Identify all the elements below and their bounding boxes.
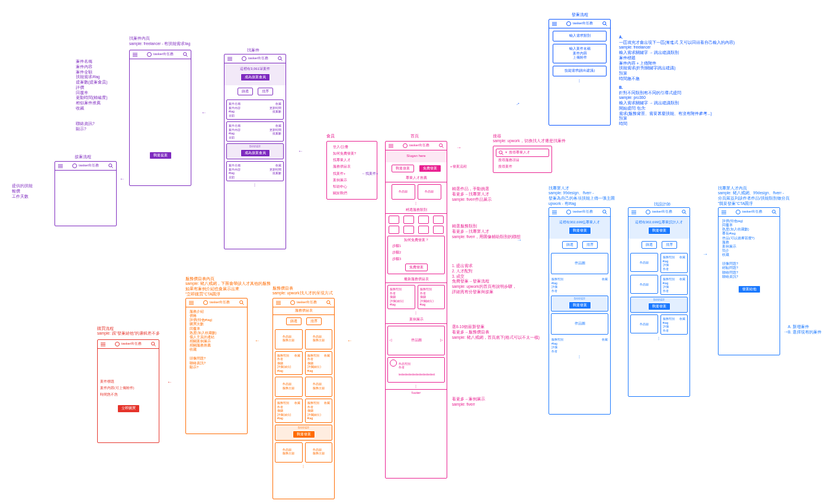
publish-field-skill[interactable]: 技能需求(跳出建議) <box>553 66 607 76</box>
meta-fav[interactable]: 收藏 <box>324 401 330 405</box>
filter-button[interactable]: 篩選 <box>562 241 578 249</box>
designer-work[interactable]: 作品圖 <box>630 314 658 333</box>
search-icon[interactable] <box>326 300 332 306</box>
search-icon[interactable] <box>150 341 156 347</box>
menu-icon[interactable] <box>721 209 727 215</box>
next-icon[interactable]: ▷ <box>440 338 443 343</box>
buy-cta[interactable]: 立即購買 <box>117 405 140 412</box>
findprodetail-cta[interactable]: 發案給他 <box>738 285 761 293</box>
search-icon[interactable] <box>438 143 444 149</box>
findcase-cta[interactable]: 成為接案會員 <box>240 73 270 81</box>
buy-l2: 案件內容(可上傳附件) <box>98 385 159 391</box>
accept-button[interactable]: 我要接案 <box>392 165 414 172</box>
svc-thumb[interactable]: 作品圖、 服務主圖 <box>305 442 333 463</box>
svc-banner-cta[interactable]: 我要發案 <box>293 431 315 438</box>
cat-thumb[interactable] <box>418 226 429 234</box>
case-item[interactable]: 案件名稱案件內容#tag金額 收藏更新時間提案數 <box>226 161 284 181</box>
sort-button[interactable]: 排序 <box>582 241 598 249</box>
search-icon[interactable] <box>681 209 687 215</box>
search-icon[interactable] <box>239 300 245 306</box>
findpro-work[interactable]: 作品圖 <box>551 253 608 274</box>
svc-thumb[interactable]: 作品圖、 服務主圖 <box>275 329 303 349</box>
menu-icon[interactable] <box>188 300 194 306</box>
publish-field-case[interactable]: 輸入案件名稱 案件內容 上傳附件 <box>553 44 607 63</box>
meta-fav[interactable]: 收藏 <box>602 277 608 293</box>
finddesigner-cta[interactable]: 我要發案 <box>648 227 671 235</box>
meta-fav[interactable]: 收藏 <box>679 277 685 281</box>
footer-item-howto[interactable]: 如何免費發案? <box>331 150 373 157</box>
cat-thumb[interactable] <box>433 216 444 224</box>
footer-item-about[interactable]: 關於我們 <box>331 190 373 197</box>
chevron-down-icon[interactable]: ▾ <box>505 150 507 155</box>
menu-icon[interactable] <box>100 341 106 347</box>
meta-fav[interactable]: 收藏 <box>679 255 685 259</box>
menu-icon[interactable] <box>227 56 233 62</box>
menu-icon[interactable] <box>551 209 557 215</box>
meta-fav[interactable]: 收藏 <box>294 354 300 358</box>
sort-button[interactable]: 排序 <box>662 241 677 249</box>
latest-svc-card[interactable]: 服務類別 作者 價錢 評價(績分) #tag <box>418 285 445 309</box>
case-item[interactable]: 案件名稱案件內容#tag金額 收藏更新時間提案數 <box>226 99 284 120</box>
meta-fav[interactable]: 收藏 <box>602 338 608 353</box>
menu-icon[interactable] <box>388 143 394 149</box>
case-fav[interactable]: 收藏 <box>275 102 281 105</box>
home-work-thumb[interactable]: 作品圖 <box>418 184 441 200</box>
menu-icon[interactable] <box>275 300 281 306</box>
findcase-banner-cta[interactable]: 成為接案會員 <box>240 149 270 157</box>
finddesigner-banner-cta[interactable]: 我要發案 <box>648 303 671 310</box>
svc-thumb[interactable]: 作品圖、 服務主圖 <box>275 377 303 397</box>
menu-icon[interactable] <box>132 52 138 57</box>
cat-thumb[interactable] <box>389 226 399 234</box>
menu-icon[interactable] <box>631 209 637 215</box>
publish-button[interactable]: 免費發案 <box>419 165 441 172</box>
filter-button[interactable]: 篩選 <box>238 88 253 95</box>
svc-thumb[interactable]: 作品圖、 服務主圖 <box>305 377 333 397</box>
sort-button[interactable]: 排序 <box>306 317 322 325</box>
case-fav[interactable]: 收藏 <box>275 163 281 167</box>
search-icon[interactable] <box>108 163 114 169</box>
case-fav[interactable]: 收藏 <box>275 124 281 127</box>
search-icon[interactable] <box>277 56 283 62</box>
footer-item-login[interactable]: 登入/註冊 <box>331 144 373 150</box>
cat-thumb[interactable] <box>403 226 414 234</box>
home-work-thumb[interactable]: 作品圖 <box>392 184 415 200</box>
cat-thumb[interactable] <box>433 226 444 234</box>
search-icon[interactable] <box>771 209 777 215</box>
svc-thumb[interactable]: 作品圖、 服務主圖 <box>275 442 303 463</box>
showcase-thumb: 作品圖 <box>411 338 422 343</box>
footer-item-help[interactable]: 幫助中心 <box>331 184 373 190</box>
footer-item-pricing[interactable]: 服務價目表 <box>331 163 373 170</box>
prev-icon[interactable]: ◁ <box>389 338 392 343</box>
cat-thumb[interactable] <box>403 216 414 224</box>
findpro-banner-cta[interactable]: 我要發案 <box>569 301 591 309</box>
filter-button[interactable]: 篩選 <box>642 241 657 249</box>
case-item[interactable]: 案件名稱案件內容#tag金額 收藏更新時間提案數 <box>226 121 284 142</box>
findpro-cta[interactable]: 我要發案 <box>569 227 591 235</box>
footer-item-findpro[interactable]: 找專業人才 <box>331 157 373 163</box>
meta-fav[interactable]: 收藏 <box>324 354 330 358</box>
footer-item-showcase[interactable]: 案例展示 <box>331 177 373 184</box>
svc-thumb[interactable]: 作品圖、 服務主圖 <box>305 329 333 349</box>
search-icon[interactable] <box>182 52 188 57</box>
findcasedetail-cta[interactable]: 我要提案 <box>149 152 172 159</box>
designer-work[interactable]: 作品圖 <box>630 275 658 294</box>
meta-fav[interactable]: 收藏 <box>679 317 685 321</box>
search-opt-service[interactable]: 搜尋服務項目 <box>496 157 549 163</box>
latest-svc-card[interactable]: 服務類別 作者 價錢 評價(績分) #tag <box>387 285 415 309</box>
search-bar[interactable]: ▾ 搜尋專業人才 <box>496 149 549 157</box>
menu-icon[interactable] <box>57 163 63 169</box>
cat-thumb[interactable] <box>389 216 399 224</box>
publish-button-2[interactable]: 免費發案 <box>405 264 428 271</box>
filter-button[interactable]: 篩選 <box>286 317 302 325</box>
publish-field-category[interactable]: 輸入需求類別 <box>553 31 607 41</box>
search-icon[interactable] <box>602 21 608 27</box>
findpro-work[interactable]: 作品圖 <box>551 313 608 335</box>
showcase-card[interactable]: ◁ 作品圖 ▷ <box>387 326 445 355</box>
menu-icon[interactable] <box>551 21 557 27</box>
search-opt-case[interactable]: 搜尋案件 <box>496 163 549 170</box>
meta-fav[interactable]: 收藏 <box>294 401 300 405</box>
cat-thumb[interactable] <box>418 216 429 224</box>
sort-button[interactable]: 排序 <box>258 88 273 95</box>
designer-work[interactable]: 作品圖 <box>630 253 658 272</box>
search-icon[interactable] <box>602 209 608 215</box>
